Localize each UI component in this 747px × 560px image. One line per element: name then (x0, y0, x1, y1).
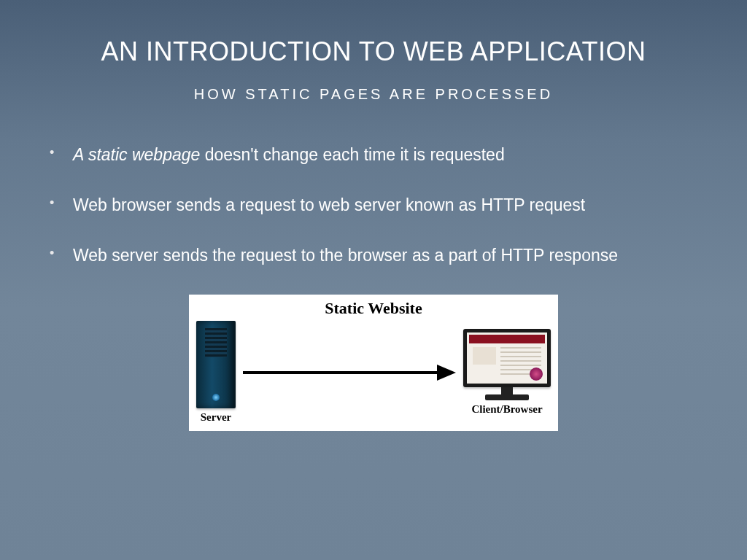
list-item: Web browser sends a request to web serve… (44, 194, 703, 217)
client-column: Client/Browser (463, 329, 551, 416)
slide-subtitle: HOW STATIC PAGES ARE PROCESSED (44, 86, 703, 103)
arrow-head (437, 365, 456, 381)
client-label: Client/Browser (471, 403, 542, 416)
monitor-icon (463, 329, 551, 400)
diagram: Static Website Server (189, 295, 558, 431)
slide: AN INTRODUCTION TO WEB APPLICATION HOW S… (0, 0, 747, 560)
list-item: A static webpage doesn't change each tim… (44, 144, 703, 166)
server-tower-icon (196, 321, 236, 408)
arrow-line (243, 371, 437, 374)
monitor-frame (463, 329, 551, 387)
bullet-italic-lead: A static webpage (73, 145, 200, 164)
monitor-base (485, 394, 529, 400)
arrow-right-icon (243, 364, 456, 381)
server-label: Server (201, 411, 231, 424)
monitor-screen (467, 332, 547, 384)
diagram-title: Static Website (196, 299, 551, 318)
bullet-text: Web server sends the request to the brow… (73, 246, 618, 265)
bullet-text: Web browser sends a request to web serve… (73, 195, 585, 214)
bullet-list: A static webpage doesn't change each tim… (44, 144, 703, 267)
screen-badge-icon (530, 368, 543, 381)
bullet-text: doesn't change each time it is requested (200, 145, 504, 164)
list-item: Web server sends the request to the brow… (44, 244, 703, 267)
diagram-row: Server Client/Browser (196, 321, 551, 424)
monitor-neck (501, 387, 513, 394)
slide-title: AN INTRODUCTION TO WEB APPLICATION (44, 36, 703, 67)
server-column: Server (196, 321, 236, 424)
